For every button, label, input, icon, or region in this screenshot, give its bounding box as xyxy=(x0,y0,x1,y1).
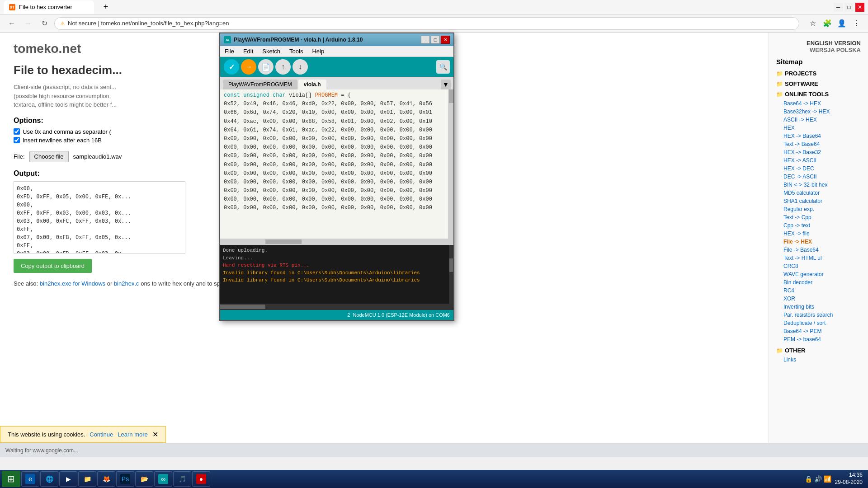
editor-vscrollbar[interactable] xyxy=(448,89,453,239)
sidebar-item-bin-decoder[interactable]: Bin decoder xyxy=(776,278,861,286)
sidebar-item-pem-base64[interactable]: PEM -> base64 xyxy=(776,335,861,343)
bin2hex-c-link[interactable]: bin2hex.c xyxy=(114,280,139,287)
save-button[interactable]: ↓ xyxy=(292,59,308,75)
menu-tools[interactable]: Tools xyxy=(285,46,307,56)
sidebar-item-dedup[interactable]: Deduplicate / sort xyxy=(776,319,861,327)
upload-button[interactable]: → xyxy=(241,59,256,75)
menu-edit[interactable]: Edit xyxy=(239,46,258,56)
folder-icon-3: 📁 xyxy=(776,91,783,98)
sidebar-item-bin-hex[interactable]: BIN <-> 32-bit hex xyxy=(776,181,861,189)
taskbar-photoshop[interactable]: Ps xyxy=(116,471,134,487)
arduino-minimize-button[interactable]: ─ xyxy=(421,36,430,44)
tab-playwav[interactable]: PlayWAVFromPROGMEM xyxy=(223,80,297,89)
reload-button[interactable]: ↻ xyxy=(38,17,51,30)
taskbar-music[interactable]: 🎵 xyxy=(173,471,191,487)
menu-help[interactable]: Help xyxy=(307,46,329,56)
lang-pl[interactable]: WERSJA POLSKA xyxy=(776,47,861,53)
other-header[interactable]: 📁 OTHER xyxy=(776,347,861,354)
sidebar-item-hex-base64[interactable]: HEX -> Base64 xyxy=(776,132,861,140)
software-header[interactable]: 📁 SOFTWARE xyxy=(776,80,861,87)
sidebar-item-inverting[interactable]: Inverting bits xyxy=(776,303,861,311)
verify-button[interactable]: ✓ xyxy=(224,59,239,75)
toolbar-icons: ☆ 🧩 👤 ⋮ xyxy=(807,17,863,30)
open-button[interactable]: ↑ xyxy=(275,59,291,75)
sidebar-item-text-base64[interactable]: Text -> Base64 xyxy=(776,140,861,148)
sidebar-item-base32hex-hex[interactable]: Base32hex -> HEX xyxy=(776,108,861,116)
taskbar-firefox[interactable]: 🦊 xyxy=(97,471,115,487)
taskbar-arduino[interactable]: ∞ xyxy=(154,471,172,487)
serial-hscrollbar[interactable] xyxy=(220,304,453,310)
lang-en[interactable]: ENGLISH VERSION xyxy=(776,40,861,47)
sidebar-item-rc4[interactable]: RC4 xyxy=(776,286,861,295)
copy-output-button[interactable]: Copy output to clipboard xyxy=(14,259,92,273)
minimize-button[interactable]: ─ xyxy=(834,3,843,12)
taskbar-rec[interactable]: ● xyxy=(192,471,210,487)
sidebar-item-crc8[interactable]: CRC8 xyxy=(776,262,861,270)
sidebar-item-dec-ascii[interactable]: DEC -> ASCII xyxy=(776,173,861,181)
projects-header[interactable]: 📁 PROJECTS xyxy=(776,70,861,77)
new-tab-button[interactable]: + xyxy=(99,1,112,14)
sidebar-item-file-hex[interactable]: File -> HEX xyxy=(776,238,861,246)
tabs-dropdown-button[interactable]: ▼ xyxy=(441,80,451,89)
serial-monitor-button[interactable]: 🔍 xyxy=(436,60,450,74)
profile-button[interactable]: 👤 xyxy=(835,17,848,30)
arduino-editor[interactable]: const unsigned char viola[] PROGMEM = { … xyxy=(220,89,453,239)
close-button[interactable]: ✕ xyxy=(855,3,864,12)
serial-vscrollbar[interactable] xyxy=(449,245,453,304)
option2-checkbox[interactable] xyxy=(14,137,20,143)
sidebar-item-hex-base32[interactable]: HEX -> Base32 xyxy=(776,148,861,156)
sidebar-item-wave[interactable]: WAVE generator xyxy=(776,270,861,278)
online-tools-header[interactable]: 📁 ONLINE TOOLS xyxy=(776,91,861,98)
software-label: SOFTWARE xyxy=(785,80,818,87)
taskbar-explorer[interactable]: 📁 xyxy=(78,471,96,487)
bin2hex-win-link[interactable]: bin2hex.exe for Windows xyxy=(40,280,105,287)
sidebar-item-cpp-text[interactable]: Cpp -> text xyxy=(776,221,861,230)
sidebar-item-base64-hex[interactable]: Base64 -> HEX xyxy=(776,99,861,108)
forward-button[interactable]: → xyxy=(22,17,34,30)
taskbar-chrome[interactable]: 🌐 xyxy=(40,471,58,487)
extensions-button[interactable]: 🧩 xyxy=(821,17,834,30)
sidebar-item-sha1[interactable]: SHA1 calculator xyxy=(776,197,861,205)
back-button[interactable]: ← xyxy=(5,17,18,30)
taskbar-ie[interactable]: e xyxy=(21,471,39,487)
sidebar-item-text-html[interactable]: Text -> HTML ul xyxy=(776,254,861,262)
ie-icon: e xyxy=(25,474,35,484)
sidebar-item-links[interactable]: Links xyxy=(776,356,861,364)
sidebar-item-xor[interactable]: XOR xyxy=(776,295,861,303)
sidebar-item-hex-ascii[interactable]: HEX -> ASCII xyxy=(776,156,861,164)
sidebar-item-md5[interactable]: MD5 calculator xyxy=(776,189,861,197)
output-box[interactable]: 0x00, 0xFD, 0xFF, 0x05, 0x00, 0xFE, 0x..… xyxy=(14,181,185,253)
option1-checkbox[interactable] xyxy=(14,128,20,135)
browser-tab[interactable]: 0T File to hex converter xyxy=(4,0,94,14)
sidebar-item-hex[interactable]: HEX xyxy=(776,124,861,132)
choose-file-button[interactable]: Choose file xyxy=(29,151,69,162)
start-button[interactable]: ⊞ xyxy=(2,471,20,487)
address-input[interactable]: ⚠ Not secure | tomeko.net/online_tools/f… xyxy=(54,17,799,30)
cookie-continue-link[interactable]: Continue xyxy=(90,431,113,438)
sidebar-item-par-resistors[interactable]: Par. resistors search xyxy=(776,311,861,319)
bookmark-button[interactable]: ☆ xyxy=(807,17,819,30)
menu-file[interactable]: File xyxy=(220,46,239,56)
board-info: NodeMCU 1.0 (ESP-12E Module) on COM6 xyxy=(353,312,450,318)
folder-icon-2: 📁 xyxy=(776,81,783,87)
sidebar-item-base64-pem[interactable]: Base64 -> PEM xyxy=(776,327,861,335)
maximize-button[interactable]: □ xyxy=(844,3,854,12)
taskbar-media[interactable]: ▶ xyxy=(59,471,77,487)
sidebar-item-hex-file[interactable]: HEX -> file xyxy=(776,230,861,238)
tab-viola[interactable]: viola.h xyxy=(298,80,326,89)
sidebar-item-regex[interactable]: Regular exp. xyxy=(776,205,861,213)
taskbar-filez[interactable]: 📂 xyxy=(135,471,153,487)
new-sketch-button[interactable]: 📄 xyxy=(258,59,274,75)
sidebar-item-hex-dec[interactable]: HEX -> DEC xyxy=(776,164,861,173)
arduino-close-button[interactable]: ✕ xyxy=(441,36,450,44)
sitemap-title: Sitemap xyxy=(776,58,861,66)
arduino-maximize-button[interactable]: □ xyxy=(431,36,440,44)
menu-button[interactable]: ⋮ xyxy=(850,17,863,30)
editor-hscrollbar[interactable] xyxy=(220,239,453,245)
menu-sketch[interactable]: Sketch xyxy=(258,46,285,56)
cookie-learn-link[interactable]: Learn more xyxy=(118,431,147,438)
cookie-close-button[interactable]: ✕ xyxy=(152,430,158,439)
sidebar-item-ascii-hex[interactable]: ASCII -> HEX xyxy=(776,116,861,124)
sidebar-item-text-cpp[interactable]: Text -> Cpp xyxy=(776,213,861,221)
sidebar-item-file-base64[interactable]: File -> Base64 xyxy=(776,246,861,254)
